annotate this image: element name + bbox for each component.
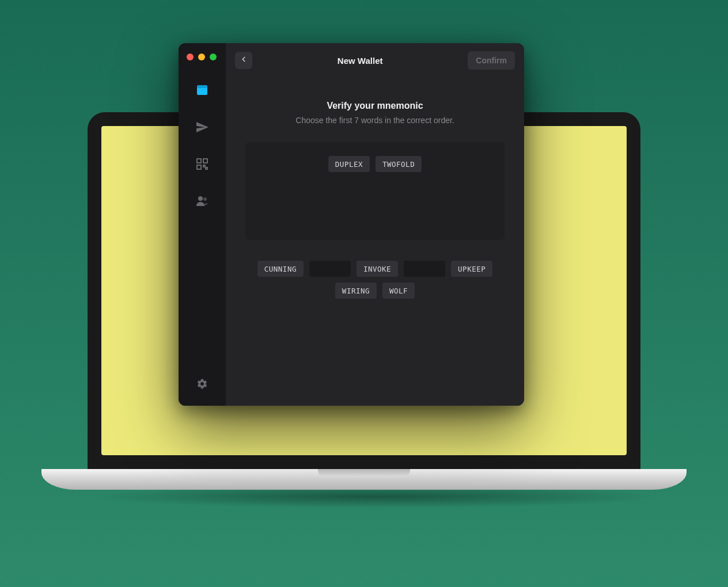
window-controls <box>179 49 217 60</box>
confirm-button[interactable]: Confirm <box>468 51 515 70</box>
svg-rect-6 <box>206 167 207 169</box>
send-icon <box>195 120 209 134</box>
sidebar-item-receive[interactable] <box>195 157 209 171</box>
svg-rect-5 <box>203 165 205 167</box>
svg-point-7 <box>198 196 203 201</box>
selected-words-zone: DUPLEXTWOFOLD <box>245 142 505 240</box>
sidebar-item-settings[interactable] <box>196 378 208 406</box>
pool-word-empty-slot[interactable] <box>404 261 445 277</box>
sidebar <box>179 43 226 406</box>
svg-rect-3 <box>203 159 207 163</box>
selected-word-duplex[interactable]: DUPLEX <box>328 156 370 172</box>
verify-subtitle: Choose the first 7 words in the correct … <box>295 116 454 125</box>
sidebar-item-wallet[interactable] <box>195 83 209 97</box>
content: Verify your mnemonic Choose the first 7 … <box>226 78 524 406</box>
svg-point-8 <box>203 197 207 201</box>
chevron-left-icon <box>240 55 248 66</box>
page-title: New Wallet <box>338 56 383 66</box>
svg-rect-1 <box>197 85 207 88</box>
close-window-button[interactable] <box>187 54 194 60</box>
back-button[interactable] <box>235 52 252 69</box>
pool-word-upkeep[interactable]: UPKEEP <box>451 261 492 277</box>
word-pool-zone: CUNNING INVOKE UPKEEPWIRINGWOLF <box>245 261 505 299</box>
pool-word-cunning[interactable]: CUNNING <box>257 261 304 277</box>
app-window: New Wallet Confirm Verify your mnemonic … <box>179 43 524 406</box>
pool-word-invoke[interactable]: INVOKE <box>357 261 398 277</box>
sidebar-nav <box>195 83 209 378</box>
sidebar-item-contacts[interactable] <box>195 194 209 208</box>
maximize-window-button[interactable] <box>210 54 217 60</box>
svg-rect-2 <box>197 159 201 163</box>
main-content: New Wallet Confirm Verify your mnemonic … <box>226 43 524 406</box>
selected-word-twofold[interactable]: TWOFOLD <box>376 156 422 172</box>
laptop-base <box>41 469 687 490</box>
header: New Wallet Confirm <box>226 43 524 78</box>
wallet-icon <box>195 83 209 97</box>
verify-title: Verify your mnemonic <box>327 101 423 111</box>
qr-code-icon <box>195 157 209 171</box>
minimize-window-button[interactable] <box>198 54 205 60</box>
pool-word-empty-slot[interactable] <box>309 261 351 277</box>
pool-word-wiring[interactable]: WIRING <box>335 283 377 299</box>
sidebar-item-send[interactable] <box>195 120 209 134</box>
laptop-notch <box>318 469 410 477</box>
pool-word-wolf[interactable]: WOLF <box>382 283 415 299</box>
gear-icon <box>196 382 208 391</box>
contacts-icon <box>195 194 209 208</box>
svg-rect-4 <box>197 165 201 169</box>
